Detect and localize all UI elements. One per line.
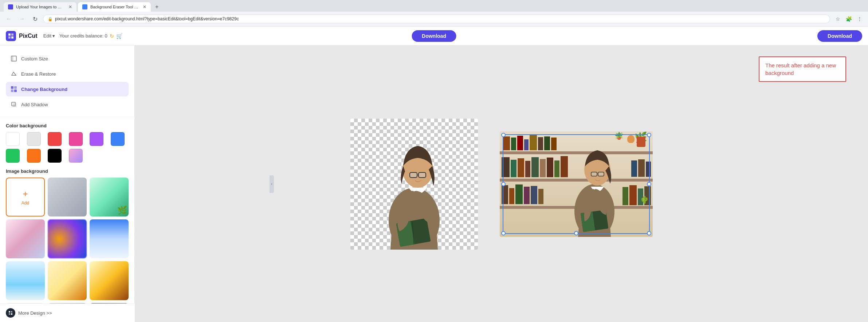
change-background-icon	[10, 86, 17, 93]
color-green[interactable]	[6, 149, 20, 163]
tab-1-title: Upload Your Images to BG Rem...	[16, 5, 64, 9]
app-logo: PixCut	[6, 31, 38, 41]
sidebar-item-add-shadow[interactable]: Add Shadow	[6, 97, 129, 112]
image-grid: + Add 🌿	[6, 178, 129, 322]
canvas-area: The result after adding a new background	[135, 45, 868, 322]
color-orange[interactable]	[27, 149, 41, 163]
svg-rect-15	[11, 313, 12, 315]
svg-rect-2	[8, 36, 11, 39]
collapse-handle[interactable]: ‹	[270, 175, 274, 193]
sidebar: Custom Size Erase & Restore	[0, 45, 135, 322]
change-background-label: Change Background	[21, 87, 67, 92]
bookmark-icon[interactable]: ☆	[833, 14, 843, 24]
refresh-icon[interactable]: ↻	[110, 33, 114, 39]
back-button[interactable]: ←	[4, 14, 14, 24]
tab-bar: Upload Your Images to BG Rem... ✕ Backgr…	[0, 0, 868, 12]
custom-size-icon	[10, 55, 17, 62]
tab-1-close[interactable]: ✕	[68, 4, 72, 9]
svg-rect-6	[11, 86, 13, 89]
credits-label: Your credits balance: 0	[59, 33, 107, 39]
sidebar-item-custom-size[interactable]: Custom Size	[6, 51, 129, 66]
address-text: pixcut.wondershare.com/edit-background.h…	[55, 16, 239, 21]
svg-rect-18	[410, 172, 417, 178]
forward-button[interactable]: →	[17, 14, 27, 24]
browser-chrome: Upload Your Images to BG Rem... ✕ Backgr…	[0, 0, 868, 27]
original-image-wrapper	[350, 119, 478, 250]
annotation-box: The result after adding a new background	[759, 56, 846, 82]
more-design-icon	[6, 308, 15, 318]
result-image: 🌿 🪴	[500, 131, 653, 237]
tab-1-favicon	[8, 4, 13, 9]
tab-2-title: Background Eraser Tool | Wond...	[90, 5, 138, 9]
color-light-gray[interactable]	[27, 132, 41, 146]
svg-rect-26	[591, 172, 597, 176]
main-layout: Custom Size Erase & Restore	[0, 45, 868, 322]
color-grid	[6, 132, 129, 163]
browser-nav-icons: ☆ 🧩 ⋮	[833, 14, 864, 24]
extension-icon[interactable]: 🧩	[844, 14, 853, 24]
svg-rect-14	[9, 313, 10, 315]
thumb-gray1[interactable]	[48, 178, 87, 216]
svg-rect-3	[11, 36, 13, 39]
result-woman-illustration	[558, 131, 631, 237]
add-shadow-label: Add Shadow	[21, 102, 48, 107]
transparent-background	[350, 119, 478, 250]
thumb-sky2[interactable]	[6, 261, 45, 300]
color-gradient[interactable]	[69, 149, 83, 163]
cart-icon[interactable]: 🛒	[116, 33, 122, 39]
more-icon[interactable]: ⋮	[855, 14, 864, 24]
more-design-label: More Design >>	[18, 310, 52, 316]
tab-2[interactable]: Background Eraser Tool | Wond... ✕	[78, 2, 151, 12]
erase-restore-label: Erase & Restore	[21, 71, 56, 77]
tab-1[interactable]: Upload Your Images to BG Rem... ✕	[4, 2, 76, 12]
more-design-button[interactable]: More Design >>	[0, 303, 135, 322]
svg-rect-12	[9, 311, 10, 313]
color-section-title: Color background	[6, 123, 129, 128]
sidebar-item-erase-restore[interactable]: Erase & Restore	[6, 67, 129, 81]
thumb-leaf[interactable]: 🌿	[90, 178, 129, 216]
panel-content: Color background Image background + Add	[0, 117, 134, 322]
reload-button[interactable]: ↻	[30, 14, 40, 24]
add-shadow-icon	[10, 101, 17, 108]
color-white[interactable]	[6, 132, 20, 146]
thumb-blur-purple[interactable]	[48, 219, 87, 258]
color-blue[interactable]	[111, 132, 125, 146]
sidebar-item-change-background[interactable]: Change Background	[6, 82, 129, 96]
annotation-text: The result after adding a new background	[765, 62, 836, 76]
download-center-button[interactable]: Download	[412, 30, 456, 42]
tab-2-close[interactable]: ✕	[143, 4, 146, 9]
address-bar[interactable]: 🔒 pixcut.wondershare.com/edit-background…	[43, 15, 830, 23]
color-red[interactable]	[48, 132, 62, 146]
tab-2-favicon	[82, 4, 87, 9]
svg-rect-19	[419, 172, 426, 178]
thumb-street[interactable]	[90, 261, 129, 300]
custom-size-label: Custom Size	[21, 56, 48, 61]
handle-tr[interactable]	[647, 133, 651, 137]
sidebar-tools: Custom Size Erase & Restore	[0, 51, 134, 117]
svg-rect-11	[13, 103, 16, 107]
color-purple[interactable]	[90, 132, 103, 146]
erase-restore-icon	[10, 70, 17, 77]
thumb-sky-clouds[interactable]	[90, 219, 129, 258]
new-tab-button[interactable]: +	[152, 2, 161, 12]
result-image-wrapper: 🌿 🪴	[500, 131, 653, 237]
color-black[interactable]	[48, 149, 62, 163]
edit-menu-button[interactable]: Edit ▾	[43, 33, 55, 39]
svg-rect-27	[598, 172, 604, 176]
svg-rect-1	[11, 33, 13, 36]
svg-rect-9	[14, 90, 17, 92]
download-right-button[interactable]: Download	[817, 30, 862, 42]
lock-icon: 🔒	[48, 17, 53, 21]
thumb-pink-waves[interactable]	[6, 219, 45, 258]
app-header: PixCut Edit ▾ Your credits balance: 0 ↻ …	[0, 27, 868, 45]
thumb-arch[interactable]	[48, 261, 87, 300]
credits-info: Your credits balance: 0 ↻ 🛒	[59, 33, 122, 39]
color-pink[interactable]	[69, 132, 83, 146]
pixcut-logo-icon	[6, 31, 16, 41]
handle-br[interactable]	[647, 231, 651, 235]
image-section-title: Image background	[6, 168, 129, 174]
handle-bl[interactable]	[501, 231, 506, 235]
woman-illustration	[350, 119, 478, 250]
add-image-button[interactable]: + Add	[6, 178, 45, 216]
nav-bar: ← → ↻ 🔒 pixcut.wondershare.com/edit-back…	[0, 12, 868, 26]
